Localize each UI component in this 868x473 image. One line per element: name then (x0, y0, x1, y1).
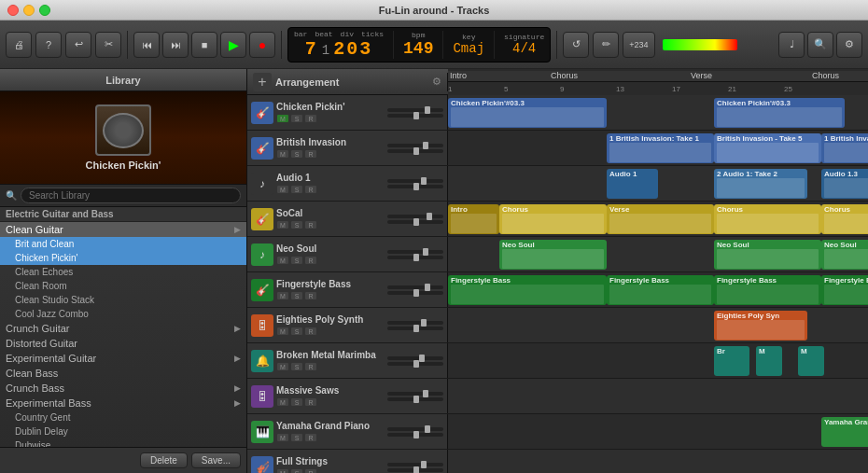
track-solo-btn[interactable]: S (290, 220, 303, 230)
track-timeline-fingerstyle[interactable]: Fingerstyle Bass Fingerstyle Bass Finger… (448, 272, 868, 307)
save-button[interactable]: Save... (191, 452, 241, 468)
rewind-button[interactable]: ⏮ (133, 32, 160, 58)
library-section-exp-bass[interactable]: Experimental Bass ▶ (0, 396, 246, 410)
track-fader[interactable] (387, 144, 443, 147)
track-block[interactable]: Eighties Poly Syn (714, 311, 807, 341)
library-item-dubwise[interactable]: Dubwise (0, 438, 246, 447)
track-pan[interactable] (387, 291, 443, 295)
track-block[interactable]: Neo Soul (714, 240, 821, 270)
track-block[interactable]: Br (714, 346, 749, 376)
print-button[interactable]: 🖨 (6, 32, 32, 58)
track-mute-btn[interactable]: M (276, 185, 289, 194)
library-item-clean-room[interactable]: Clean Room (0, 279, 246, 293)
library-item-clean-echoes[interactable]: Clean Echoes (0, 265, 246, 279)
track-mute-btn[interactable]: M (276, 397, 289, 407)
track-record-btn[interactable]: R (304, 362, 317, 371)
record-button[interactable]: ● (249, 32, 275, 58)
track-pan[interactable] (387, 114, 443, 118)
track-block[interactable]: Audio 1.3 (821, 169, 868, 199)
search-button[interactable]: 🔍 (807, 32, 833, 58)
library-section-clean-bass[interactable]: Clean Bass (0, 366, 246, 381)
track-fader[interactable] (387, 108, 443, 112)
library-item-chicken[interactable]: Chicken Pickin' (0, 251, 246, 265)
library-section-experimental[interactable]: Experimental Guitar ▶ (0, 351, 246, 366)
track-record-btn[interactable]: R (304, 220, 317, 230)
track-solo-btn[interactable]: S (290, 327, 303, 336)
track-mute-btn[interactable]: M (276, 220, 289, 230)
scissors-button[interactable]: ✂ (95, 32, 121, 58)
search-input[interactable] (21, 188, 241, 203)
track-solo-btn[interactable]: S (290, 291, 303, 300)
track-solo-btn[interactable]: S (290, 149, 303, 159)
track-block[interactable]: Chorus (821, 204, 868, 234)
track-record-btn[interactable]: R (304, 256, 317, 265)
track-solo-btn[interactable]: S (290, 397, 303, 407)
track-solo-btn[interactable]: S (290, 256, 303, 265)
pencil-button[interactable]: ✏ (593, 32, 619, 58)
track-fader[interactable] (387, 250, 443, 254)
track-fader[interactable] (387, 321, 443, 325)
delete-button[interactable]: Delete (140, 452, 188, 468)
maximize-button[interactable] (39, 5, 50, 16)
track-pan[interactable] (387, 468, 443, 472)
track-block[interactable]: M (798, 346, 824, 376)
track-block[interactable]: Verse (607, 204, 714, 234)
track-timeline-chicken[interactable]: Chicken Pickin'#03.3 Chicken Pickin'#03.… (448, 95, 868, 130)
track-timeline-audio1[interactable]: Audio 1 2 Audio 1: Take 2 Audio 1.3 (448, 166, 868, 201)
track-block[interactable]: Chicken Pickin'#03.3 (448, 98, 607, 128)
track-block[interactable]: Neo Soul (499, 240, 607, 270)
track-mute-btn[interactable]: M (276, 362, 289, 371)
track-block[interactable]: Fingerstyle Bass (448, 275, 607, 305)
play-button[interactable]: ▶ (220, 32, 246, 58)
undo-button[interactable]: ↩ (65, 32, 91, 58)
track-block[interactable]: Fingerstyle Bass (607, 275, 714, 305)
track-record-btn[interactable]: R (304, 433, 317, 442)
track-block[interactable]: Yamaha Grand Piano (821, 417, 868, 447)
track-block[interactable]: Chorus (499, 204, 607, 234)
library-section-distorted[interactable]: Distorted Guitar (0, 336, 246, 351)
track-record-btn[interactable]: R (304, 185, 317, 194)
track-record-btn[interactable]: R (304, 397, 317, 407)
track-record-btn[interactable]: R (304, 291, 317, 300)
library-section-crunch-bass[interactable]: Crunch Bass ▶ (0, 381, 246, 396)
forward-button[interactable]: ⏭ (162, 32, 189, 58)
track-mute-btn[interactable]: M (276, 468, 289, 473)
track-mute-btn[interactable]: M (276, 149, 289, 159)
track-block[interactable]: Chicken Pickin'#03.3 (714, 98, 845, 128)
track-fader[interactable] (387, 285, 443, 289)
count-in-button[interactable]: +234 (623, 32, 654, 58)
track-block[interactable]: Fingerstyle Bass (821, 275, 868, 305)
track-solo-btn[interactable]: S (290, 433, 303, 442)
track-mute-btn[interactable]: M (276, 327, 289, 336)
track-block[interactable]: Audio 1 (607, 169, 658, 199)
track-mute-btn[interactable]: M (276, 291, 289, 300)
library-item-brit[interactable]: Brit and Clean (0, 237, 246, 251)
track-pan[interactable] (387, 362, 443, 366)
track-fader[interactable] (387, 215, 443, 218)
track-fader[interactable] (387, 427, 443, 431)
library-item-dublin[interactable]: Dublin Delay (0, 424, 246, 438)
settings-button[interactable]: ⚙ (836, 32, 862, 58)
track-block[interactable]: Fingerstyle Bass (714, 275, 821, 305)
track-block[interactable]: 1 British Invasion: Take 1 (821, 133, 868, 163)
track-record-btn[interactable]: R (304, 468, 317, 473)
track-block[interactable]: Chorus (714, 204, 821, 234)
track-fader[interactable] (387, 392, 443, 396)
track-record-btn[interactable]: R (304, 327, 317, 336)
track-timeline-strings[interactable] (448, 450, 868, 473)
library-section-clean-guitar[interactable]: Clean Guitar ▶ (0, 222, 246, 237)
library-item-clean-studio[interactable]: Clean Studio Stack (0, 293, 246, 307)
track-block[interactable]: Neo Soul (821, 240, 868, 270)
library-item-cool-jazz[interactable]: Cool Jazz Combo (0, 307, 246, 321)
track-solo-btn[interactable]: S (290, 362, 303, 371)
track-fader[interactable] (387, 463, 443, 466)
library-section-crunch[interactable]: Crunch Guitar ▶ (0, 321, 246, 336)
track-timeline-marimba[interactable]: Br M M (448, 343, 868, 378)
track-mute-btn[interactable]: M (276, 114, 289, 123)
track-block[interactable]: 2 Audio 1: Take 2 (714, 169, 807, 199)
track-pan[interactable] (387, 256, 443, 259)
track-timeline-neosoul[interactable]: Neo Soul Neo Soul Neo Soul (448, 237, 868, 271)
track-block[interactable]: M (756, 346, 782, 376)
track-record-btn[interactable]: R (304, 114, 317, 123)
track-fader[interactable] (387, 179, 443, 183)
